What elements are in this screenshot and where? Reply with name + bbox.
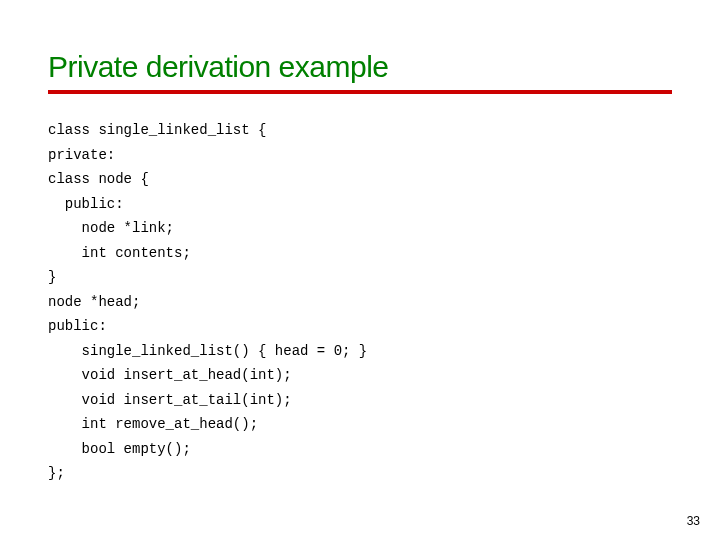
- code-line: }: [48, 269, 56, 285]
- code-block: class single_linked_list { private: clas…: [48, 118, 672, 486]
- code-line: private:: [48, 147, 115, 163]
- code-line: public:: [48, 318, 107, 334]
- code-line: int remove_at_head();: [48, 416, 258, 432]
- code-line: };: [48, 465, 65, 481]
- code-line: node *link;: [48, 220, 174, 236]
- code-line: void insert_at_head(int);: [48, 367, 292, 383]
- code-line: node *head;: [48, 294, 140, 310]
- title-rule: [48, 90, 672, 94]
- code-line: void insert_at_tail(int);: [48, 392, 292, 408]
- code-line: single_linked_list() { head = 0; }: [48, 343, 367, 359]
- code-line: int contents;: [48, 245, 191, 261]
- slide: Private derivation example class single_…: [0, 0, 720, 540]
- code-line: public:: [48, 196, 124, 212]
- page-number: 33: [687, 514, 700, 528]
- code-line: class single_linked_list {: [48, 122, 266, 138]
- page-title: Private derivation example: [48, 50, 672, 84]
- code-line: bool empty();: [48, 441, 191, 457]
- code-line: class node {: [48, 171, 149, 187]
